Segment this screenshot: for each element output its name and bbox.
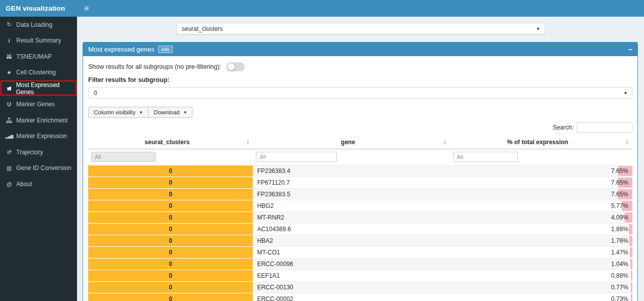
subgroup-toggle-row: Show results for all subgroups (no pre-f… bbox=[88, 62, 632, 71]
cluster-cell: 0 bbox=[88, 282, 253, 293]
panel-title: Most expressed genes bbox=[88, 46, 155, 53]
sidebar-item-cell-clustering[interactable]: ★Cell Clustering bbox=[0, 65, 77, 81]
gene-cell: ERCC-00096 bbox=[253, 259, 450, 270]
pct-value: 1.86% bbox=[611, 226, 628, 233]
pct-cell: 1.76% bbox=[450, 235, 632, 247]
sidebar-toggle-icon[interactable]: ≡ bbox=[77, 0, 96, 17]
subgroup-select-value: 0 bbox=[94, 90, 97, 97]
sidebar-item-tsne-umap[interactable]: TSNE/UMAP bbox=[0, 49, 77, 65]
sidebar-item-most-expressed-genes[interactable]: Most Expressed Genes bbox=[0, 80, 77, 97]
sort-icon: ▲▼ bbox=[246, 140, 249, 145]
filter-cell bbox=[450, 149, 632, 165]
pct-value: 0.77% bbox=[611, 284, 628, 291]
dt-button-group: Column visibility▼Download▼ bbox=[88, 107, 193, 118]
pct-value: 7.65% bbox=[611, 167, 628, 175]
column-header-seurat-clusters[interactable]: seurat_clusters▲▼ bbox=[88, 136, 253, 149]
pct-cell: 7.65% bbox=[450, 189, 632, 200]
cluster-cell: 0 bbox=[88, 247, 253, 259]
collapse-button[interactable]: − bbox=[628, 46, 632, 53]
sidebar-item-label: Most Expressed Genes bbox=[16, 81, 77, 96]
chevron-down-icon: ▾ bbox=[624, 91, 627, 96]
table-row: 0FP671120.77.65% bbox=[88, 177, 632, 189]
pct-cell: 4.09% bbox=[450, 212, 632, 224]
search-input[interactable] bbox=[577, 122, 632, 133]
pct-bar bbox=[631, 271, 632, 281]
filter-input-of-total-expression[interactable] bbox=[453, 152, 518, 162]
info-badge-button[interactable]: info bbox=[158, 46, 173, 53]
sidebar-item-label: About bbox=[16, 181, 32, 188]
cluster-cell: 0 bbox=[88, 235, 253, 247]
pct-cell: 7.65% bbox=[450, 165, 632, 177]
filter-input-seurat-clusters[interactable] bbox=[91, 152, 156, 162]
pct-bar bbox=[630, 247, 632, 257]
gene-cell: AC104389.6 bbox=[253, 224, 450, 235]
gene-cell: ERCC-00130 bbox=[253, 282, 450, 293]
pct-value: 7.65% bbox=[611, 191, 628, 198]
download-button[interactable]: Download▼ bbox=[148, 107, 193, 118]
pct-cell: 1.47% bbox=[450, 247, 632, 259]
table-row: 0EEF1A10.88% bbox=[88, 270, 632, 282]
sidebar-item-label: Marker Expression bbox=[16, 133, 67, 140]
gene-cell: HBG2 bbox=[253, 200, 450, 212]
cluster-cell: 0 bbox=[88, 212, 253, 224]
table-row: 0ERCC-000961.04% bbox=[88, 259, 632, 270]
gene-cell: ERCC-00002 bbox=[253, 293, 450, 301]
table-row: 0MT-CO11.47% bbox=[88, 247, 632, 259]
gene-cell: EEF1A1 bbox=[253, 270, 450, 282]
barcode-icon: ▥ bbox=[5, 165, 13, 171]
pct-cell: 0.73% bbox=[450, 293, 632, 301]
sidebar-item-marker-expression[interactable]: ▂▄▆Marker Expression bbox=[0, 128, 77, 145]
sidebar-item-label: Marker Enrichment bbox=[16, 117, 67, 124]
sidebar-menu: ↻Data LoadingiResult SummaryTSNE/UMAP★Ce… bbox=[0, 17, 77, 192]
table-row: 0FP236383.47.65% bbox=[88, 165, 632, 177]
cluster-cell: 0 bbox=[88, 165, 253, 177]
top-navbar: ≡ bbox=[77, 0, 644, 17]
cluster-cell: 0 bbox=[88, 200, 253, 212]
pct-value: 0.73% bbox=[611, 295, 628, 301]
table-buttons-row: Column visibility▼Download▼ bbox=[88, 107, 632, 118]
sidebar-item-marker-enrichment[interactable]: Marker Enrichment bbox=[0, 112, 77, 128]
column-header-gene[interactable]: gene▲▼ bbox=[253, 136, 450, 149]
table-filter-row bbox=[88, 149, 632, 165]
sidebar-item-gene-id-conversion[interactable]: ▥Gene ID Conversion bbox=[0, 160, 77, 177]
subgroup-select[interactable]: 0 ▾ bbox=[88, 87, 632, 99]
binoculars-icon bbox=[5, 54, 13, 60]
pct-value: 0.88% bbox=[611, 272, 628, 279]
column-visibility-button[interactable]: Column visibility▼ bbox=[88, 107, 148, 118]
sidebar-item-label: Gene ID Conversion bbox=[16, 164, 71, 171]
pct-bar bbox=[629, 236, 632, 246]
table-row: 0ERCC-000020.73% bbox=[88, 293, 632, 301]
pct-value: 4.09% bbox=[611, 214, 628, 221]
sidebar-item-trajectory[interactable]: ⇄Trajectory bbox=[0, 144, 77, 160]
pct-cell: 0.77% bbox=[450, 282, 632, 293]
pct-bar bbox=[630, 259, 632, 269]
pct-cell: 0.88% bbox=[450, 270, 632, 282]
column-header-of-total-expression[interactable]: % of total expression▲▼ bbox=[450, 136, 632, 149]
sidebar-item-result-summary[interactable]: iResult Summary bbox=[0, 33, 77, 49]
table-row: 0HBA21.76% bbox=[88, 235, 632, 247]
sidebar-item-about[interactable]: @About bbox=[0, 176, 77, 192]
column-header-label: % of total expression bbox=[507, 139, 569, 146]
cluster-variable-select[interactable]: seurat_clusters ▾ bbox=[176, 23, 545, 34]
pct-bar bbox=[629, 224, 632, 234]
most-expressed-genes-panel: Most expressed genes info − Show results… bbox=[83, 42, 638, 301]
pct-cell: 1.04% bbox=[450, 259, 632, 270]
chevron-down-icon: ▾ bbox=[537, 26, 539, 31]
caret-down-icon: ▼ bbox=[183, 110, 187, 115]
sort-icon: ▲▼ bbox=[626, 140, 629, 145]
sidebar-item-label: Trajectory bbox=[16, 149, 43, 156]
cluster-cell: 0 bbox=[88, 224, 253, 235]
cluster-cell: 0 bbox=[88, 177, 253, 189]
pct-cell: 7.65% bbox=[450, 177, 632, 189]
toggle-knob bbox=[227, 63, 235, 71]
gene-cell: FP236383.4 bbox=[253, 165, 450, 177]
table-row: 0AC104389.61.86% bbox=[88, 224, 632, 235]
all-subgroups-toggle[interactable] bbox=[226, 62, 245, 71]
sidebar-item-label: TSNE/UMAP bbox=[16, 53, 52, 60]
sidebar-item-label: Cell Clustering bbox=[16, 69, 56, 76]
sidebar-item-marker-genes[interactable]: UMarker Genes bbox=[0, 97, 77, 113]
table-row: 0MT-RNR24.09% bbox=[88, 212, 632, 224]
search-row: Search: bbox=[88, 122, 632, 133]
sidebar-item-data-loading[interactable]: ↻Data Loading bbox=[0, 17, 77, 33]
filter-input-gene[interactable] bbox=[256, 152, 337, 162]
